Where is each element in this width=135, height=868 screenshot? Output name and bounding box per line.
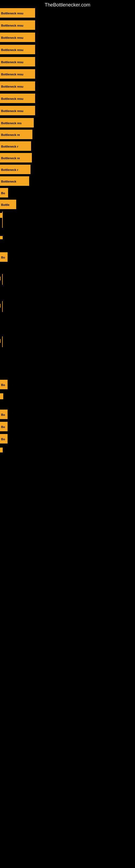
bar-line-18 xyxy=(0,236,3,239)
bar-label-6: Bottleneck resu xyxy=(0,82,35,91)
bar-label-10: Bottleneck re xyxy=(0,130,32,139)
bar-label-23: Bo xyxy=(0,380,8,389)
bar-item-1: Bottleneck resu xyxy=(0,20,35,30)
bar-item-24 xyxy=(0,393,3,399)
bar-item-6: Bottleneck resu xyxy=(0,82,35,91)
bar-item-13: Bottleneck r xyxy=(0,165,31,174)
bar-label-27: Bo xyxy=(0,434,8,443)
bar-item-26: Bo xyxy=(0,422,8,431)
bar-item-22 xyxy=(0,339,1,343)
vertical-line-0 xyxy=(2,212,3,228)
bar-item-12: Bottleneck re xyxy=(0,153,32,162)
bar-item-0: Bottleneck resu xyxy=(0,8,35,18)
bar-item-19: Bo xyxy=(0,252,8,262)
bar-label-7: Bottleneck resu xyxy=(0,94,35,103)
bar-item-27: Bo xyxy=(0,434,8,443)
bar-line-24 xyxy=(0,393,3,399)
bar-item-20 xyxy=(0,277,1,280)
bar-item-23: Bo xyxy=(0,380,8,389)
vertical-line-3 xyxy=(2,336,3,347)
bar-label-1: Bottleneck resu xyxy=(0,20,35,30)
bar-item-4: Bottleneck resu xyxy=(0,57,35,66)
bar-item-21 xyxy=(0,304,1,308)
bar-label-12: Bottleneck re xyxy=(0,153,32,162)
bar-item-9: Bottleneck res xyxy=(0,118,34,127)
bar-label-9: Bottleneck res xyxy=(0,118,34,127)
bar-label-25: Bo xyxy=(0,410,8,419)
bar-item-15: Bo xyxy=(0,188,8,197)
vertical-line-1 xyxy=(2,274,3,285)
bar-label-13: Bottleneck r xyxy=(0,165,31,174)
bar-label-4: Bottleneck resu xyxy=(0,57,35,66)
bar-label-8: Bottleneck resu xyxy=(0,106,35,115)
bar-item-16: Bottle xyxy=(0,199,16,209)
bar-item-25: Bo xyxy=(0,410,8,419)
bar-item-10: Bottleneck re xyxy=(0,130,32,139)
vertical-line-2 xyxy=(2,301,3,312)
bar-item-18 xyxy=(0,236,3,239)
bar-label-19: Bo xyxy=(0,252,8,262)
bar-label-2: Bottleneck resu xyxy=(0,33,35,42)
bar-line-22 xyxy=(0,339,1,343)
bar-item-11: Bottleneck r xyxy=(0,141,31,151)
bar-item-14: Bottleneck xyxy=(0,176,29,186)
bar-label-26: Bo xyxy=(0,422,8,431)
bar-item-5: Bottleneck resu xyxy=(0,69,35,79)
bar-item-28 xyxy=(0,447,3,453)
bar-item-2: Bottleneck resu xyxy=(0,33,35,42)
bar-label-0: Bottleneck resu xyxy=(0,8,35,18)
bar-item-7: Bottleneck resu xyxy=(0,94,35,103)
bar-item-8: Bottleneck resu xyxy=(0,106,35,115)
bar-label-5: Bottleneck resu xyxy=(0,69,35,79)
bar-line-21 xyxy=(0,304,1,308)
bar-label-16: Bottle xyxy=(0,199,16,209)
bar-line-20 xyxy=(0,277,1,280)
bar-label-15: Bo xyxy=(0,188,8,197)
bar-label-14: Bottleneck xyxy=(0,176,29,186)
bar-label-11: Bottleneck r xyxy=(0,141,31,151)
bar-item-3: Bottleneck resu xyxy=(0,45,35,54)
bar-label-3: Bottleneck resu xyxy=(0,45,35,54)
bar-line-28 xyxy=(0,447,3,453)
